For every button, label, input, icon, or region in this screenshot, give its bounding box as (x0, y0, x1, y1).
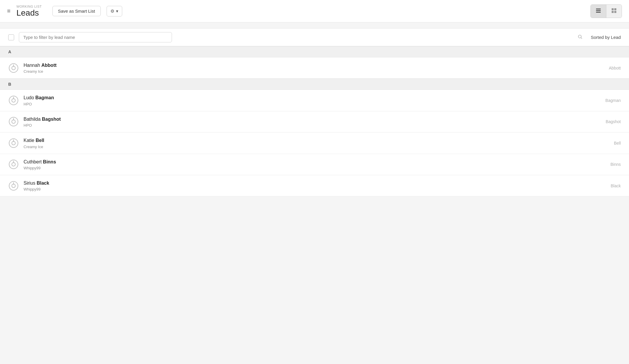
title-block: WORKING LIST Leads (16, 5, 42, 18)
list-item[interactable]: Bathilda Bagshot HPO Bagshot (0, 111, 629, 133)
list-item[interactable]: Ludo Bagman HPO Bagman (0, 90, 629, 111)
save-smart-list-button[interactable]: Save as Smart List (52, 6, 101, 16)
lead-sort-value: Bagman (605, 98, 621, 103)
svg-rect-0 (596, 9, 601, 9)
lead-status-icon (8, 159, 19, 170)
list-item[interactable]: Katie Bell Creamy Ice Bell (0, 133, 629, 154)
power-icon (9, 181, 18, 191)
svg-line-8 (581, 37, 582, 39)
svg-rect-4 (614, 8, 616, 10)
lead-status-icon (8, 95, 19, 106)
section-header-b: B (0, 79, 629, 90)
power-icon (9, 117, 18, 126)
lead-sort-value: Abbott (609, 66, 621, 70)
power-icon (9, 63, 18, 73)
chevron-down-icon: ▾ (116, 9, 118, 14)
list-view-button[interactable] (591, 5, 606, 18)
grid-view-button[interactable] (606, 5, 622, 18)
gear-icon: ⚙ (110, 9, 114, 14)
search-wrapper (19, 32, 586, 42)
svg-rect-2 (596, 12, 601, 13)
leads-list: A Hannah Abbott Creamy Ice Abbott B (0, 46, 629, 196)
lead-status-icon (8, 116, 19, 127)
menu-icon[interactable]: ≡ (7, 8, 11, 14)
page-subtitle: WORKING LIST (16, 5, 42, 8)
lead-sort-value: Bell (614, 141, 621, 145)
list-view-icon (595, 8, 601, 14)
lead-name: Katie Bell (24, 137, 609, 144)
svg-rect-6 (614, 11, 616, 13)
lead-sort-value: Binns (610, 162, 621, 167)
lead-company: Creamy Ice (24, 69, 604, 74)
lead-info: Katie Bell Creamy Ice (24, 137, 609, 149)
lead-company: HPO (24, 123, 601, 128)
search-input[interactable] (19, 32, 172, 42)
power-icon (9, 138, 18, 148)
power-icon (9, 96, 18, 105)
lead-company: Whippy99 (24, 166, 606, 170)
lead-name: Hannah Abbott (24, 62, 604, 69)
lead-status-icon (8, 63, 19, 73)
search-icon (578, 34, 582, 40)
svg-rect-5 (612, 11, 614, 13)
lead-company: Creamy Ice (24, 145, 609, 149)
gear-settings-button[interactable]: ⚙ ▾ (107, 6, 122, 16)
power-icon (9, 160, 18, 169)
lead-name: Ludo Bagman (24, 95, 601, 101)
lead-company: HPO (24, 102, 601, 106)
sort-label: Sorted by Lead (591, 35, 621, 40)
view-toggle (590, 4, 622, 18)
svg-rect-3 (612, 8, 614, 10)
list-item[interactable]: Cuthbert Binns Whippy99 Binns (0, 154, 629, 175)
svg-rect-1 (596, 10, 601, 11)
lead-info: Cuthbert Binns Whippy99 (24, 159, 606, 170)
lead-name: Sirius Black (24, 180, 606, 186)
filter-bar: Sorted by Lead (0, 28, 629, 46)
lead-info: Bathilda Bagshot HPO (24, 116, 601, 128)
app-header: ≡ WORKING LIST Leads Save as Smart List … (0, 0, 629, 22)
page-title: Leads (16, 8, 42, 18)
list-item[interactable]: Sirius Black Whippy99 Black (0, 175, 629, 196)
main-content: Sorted by Lead A Hannah Abbott Creamy Ic… (0, 22, 629, 202)
lead-sort-value: Bagshot (606, 119, 621, 124)
lead-status-icon (8, 181, 19, 191)
lead-info: Ludo Bagman HPO (24, 95, 601, 106)
lead-info: Hannah Abbott Creamy Ice (24, 62, 604, 74)
lead-status-icon (8, 138, 19, 148)
grid-view-icon (611, 8, 617, 14)
lead-sort-value: Black (611, 183, 621, 188)
lead-name: Bathilda Bagshot (24, 116, 601, 123)
lead-name: Cuthbert Binns (24, 159, 606, 165)
select-all-checkbox[interactable] (8, 34, 14, 40)
lead-company: Whippy99 (24, 187, 606, 191)
lead-info: Sirius Black Whippy99 (24, 180, 606, 191)
list-item[interactable]: Hannah Abbott Creamy Ice Abbott (0, 57, 629, 79)
section-header-a: A (0, 46, 629, 57)
